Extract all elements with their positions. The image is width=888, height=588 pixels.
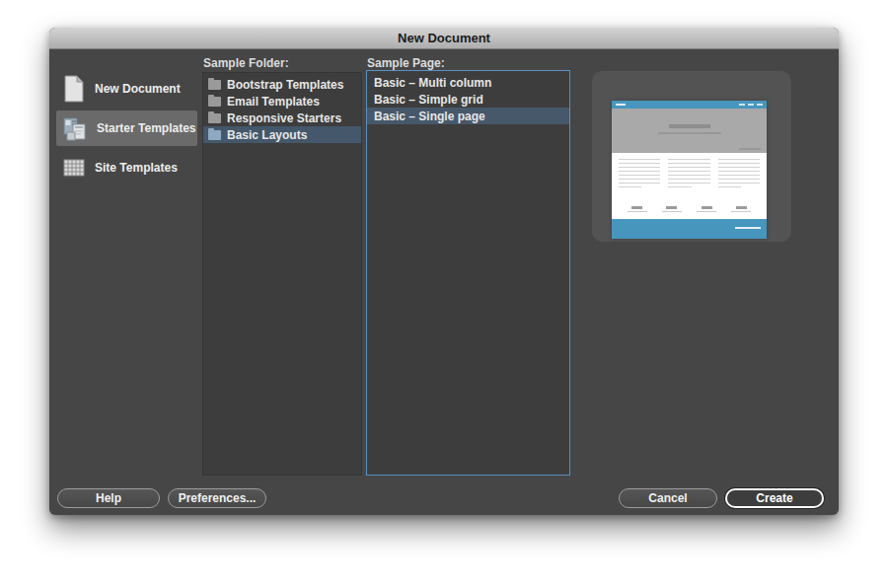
sidebar-item-label: Site Templates — [95, 161, 178, 175]
site-templates-icon — [63, 158, 85, 178]
sidebar-item-label: New Document — [95, 82, 181, 96]
folder-icon — [208, 97, 221, 107]
new-document-dialog: New Document New Document Starter Templa… — [49, 28, 839, 515]
sample-folder-label: Sample Folder: — [203, 56, 289, 70]
folder-icon — [208, 80, 221, 90]
folder-item-email-templates[interactable]: Email Templates — [203, 93, 361, 110]
sidebar-item-site-templates[interactable]: Site Templates — [56, 150, 197, 185]
page-item-basic-multi-column[interactable]: Basic – Multi column — [367, 74, 569, 91]
preview-footer — [612, 219, 767, 239]
folder-icon — [208, 113, 221, 123]
template-preview-panel — [592, 71, 791, 242]
create-button[interactable]: Create — [725, 488, 824, 508]
sample-page-label: Sample Page: — [367, 56, 445, 70]
preview-navbar — [612, 101, 767, 109]
preferences-button[interactable]: Preferences... — [168, 488, 266, 508]
cancel-button[interactable]: Cancel — [619, 488, 717, 508]
folder-icon — [208, 130, 221, 140]
sample-page-list[interactable]: Basic – Multi column Basic – Simple grid… — [366, 70, 570, 476]
sample-folder-list[interactable]: Bootstrap Templates Email Templates Resp… — [202, 72, 362, 476]
preview-stats-row — [612, 199, 767, 219]
preview-hero-section — [612, 109, 767, 153]
help-button[interactable]: Help — [57, 488, 160, 508]
page-item-basic-single-page[interactable]: Basic – Single page — [367, 108, 569, 124]
folder-item-responsive-starters[interactable]: Responsive Starters — [203, 110, 361, 126]
document-icon — [63, 75, 85, 103]
sidebar-item-starter-templates[interactable]: Starter Templates — [56, 110, 197, 146]
starter-templates-icon — [63, 115, 87, 141]
preview-nav-links — [739, 104, 763, 106]
folder-item-basic-layouts[interactable]: Basic Layouts — [203, 126, 361, 143]
title-bar: New Document — [49, 28, 839, 49]
preview-logo-placeholder — [616, 104, 626, 106]
window-title: New Document — [398, 31, 490, 45]
template-preview-thumbnail — [612, 101, 767, 239]
sidebar-item-label: Starter Templates — [97, 121, 195, 135]
sidebar-item-new-document[interactable]: New Document — [56, 71, 197, 107]
page-item-basic-simple-grid[interactable]: Basic – Simple grid — [367, 91, 569, 108]
preview-content-columns — [612, 153, 767, 199]
folder-item-bootstrap-templates[interactable]: Bootstrap Templates — [203, 76, 361, 93]
